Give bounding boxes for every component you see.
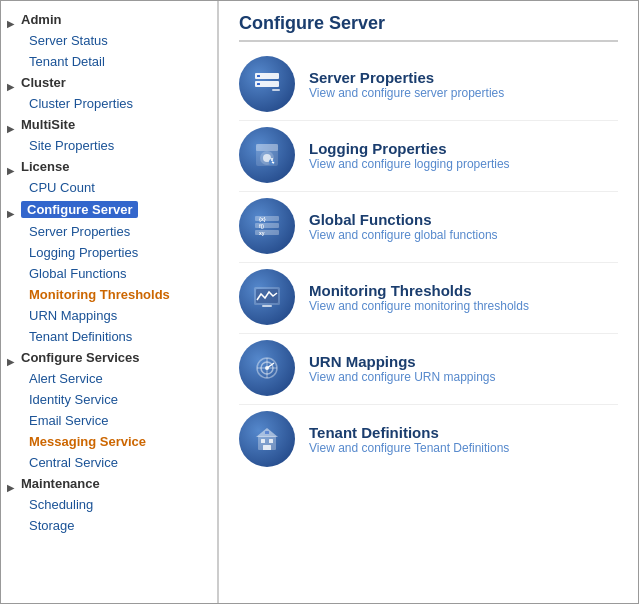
sidebar-item-central-service[interactable]: Central Service (1, 452, 217, 473)
svg-rect-4 (272, 89, 280, 91)
menu-item-text-monitoring-thresholds: Monitoring ThresholdsView and configure … (309, 282, 529, 313)
arrow-icon (7, 120, 17, 130)
sidebar-item-urn-mappings[interactable]: URN Mappings (1, 305, 217, 326)
sidebar-section-multisite[interactable]: MultiSite (1, 114, 217, 135)
menu-item-title-tenant-definitions: Tenant Definitions (309, 424, 509, 441)
sidebar-section-configure-services[interactable]: Configure Services (1, 347, 217, 368)
svg-text:f(): f() (259, 223, 264, 229)
menu-item-desc-logging-properties: View and configure logging properties (309, 157, 510, 171)
menu-item-title-global-functions: Global Functions (309, 211, 498, 228)
monitoring-icon (239, 269, 295, 325)
logging-icon (239, 127, 295, 183)
sidebar-item-messaging-service[interactable]: Messaging Service (1, 431, 217, 452)
sidebar-item-server-status[interactable]: Server Status (1, 30, 217, 51)
svg-rect-32 (265, 431, 269, 434)
menu-item-title-logging-properties: Logging Properties (309, 140, 510, 157)
svg-rect-20 (262, 305, 272, 307)
menu-item-global-functions[interactable]: {x} f() xy Global FunctionsView and conf… (239, 191, 618, 254)
svg-rect-2 (257, 75, 260, 77)
sidebar-item-monitoring-thresholds[interactable]: Monitoring Thresholds (1, 284, 217, 305)
svg-rect-8 (256, 144, 278, 151)
menu-item-title-server-properties: Server Properties (309, 69, 504, 86)
sidebar-item-tenant-detail[interactable]: Tenant Detail (1, 51, 217, 72)
sidebar-section-admin[interactable]: Admin (1, 9, 217, 30)
sidebar-item-logging-properties[interactable]: Logging Properties (1, 242, 217, 263)
sidebar-item-email-service[interactable]: Email Service (1, 410, 217, 431)
sidebar-section-label-cluster: Cluster (21, 75, 66, 90)
sidebar-item-identity-service[interactable]: Identity Service (1, 389, 217, 410)
sidebar-section-label-license: License (21, 159, 69, 174)
sidebar-section-maintenance[interactable]: Maintenance (1, 473, 217, 494)
tenant-icon (239, 411, 295, 467)
sidebar-section-configure-server[interactable]: Configure Server (1, 198, 217, 221)
sidebar-section-label-multisite: MultiSite (21, 117, 75, 132)
sidebar-item-alert-service[interactable]: Alert Service (1, 368, 217, 389)
sidebar-section-label-admin: Admin (21, 12, 61, 27)
menu-item-title-monitoring-thresholds: Monitoring Thresholds (309, 282, 529, 299)
arrow-icon (7, 205, 17, 215)
menu-items-list: Server PropertiesView and configure serv… (239, 56, 618, 467)
menu-item-text-tenant-definitions: Tenant DefinitionsView and configure Ten… (309, 424, 509, 455)
sidebar-item-site-properties[interactable]: Site Properties (1, 135, 217, 156)
menu-item-desc-monitoring-thresholds: View and configure monitoring thresholds (309, 299, 529, 313)
page-title: Configure Server (239, 13, 618, 42)
sidebar-section-label-configure-server: Configure Server (21, 201, 138, 218)
sidebar-section-label-maintenance: Maintenance (21, 476, 100, 491)
sidebar-item-cpu-count[interactable]: CPU Count (1, 177, 217, 198)
arrow-icon (7, 78, 17, 88)
sidebar: AdminServer StatusTenant DetailClusterCl… (1, 1, 219, 603)
sidebar-item-cluster-properties[interactable]: Cluster Properties (1, 93, 217, 114)
menu-item-monitoring-thresholds[interactable]: Monitoring ThresholdsView and configure … (239, 262, 618, 325)
menu-item-text-server-properties: Server PropertiesView and configure serv… (309, 69, 504, 100)
svg-text:{x}: {x} (259, 216, 266, 222)
menu-item-text-logging-properties: Logging PropertiesView and configure log… (309, 140, 510, 171)
menu-item-urn-mappings[interactable]: URN MappingsView and configure URN mappi… (239, 333, 618, 396)
menu-item-desc-tenant-definitions: View and configure Tenant Definitions (309, 441, 509, 455)
menu-item-server-properties[interactable]: Server PropertiesView and configure serv… (239, 56, 618, 112)
svg-line-11 (272, 162, 274, 163)
svg-rect-28 (261, 439, 265, 443)
sidebar-item-scheduling[interactable]: Scheduling (1, 494, 217, 515)
svg-text:xy: xy (259, 230, 265, 236)
sidebar-item-storage[interactable]: Storage (1, 515, 217, 536)
svg-rect-3 (257, 83, 260, 85)
menu-item-title-urn-mappings: URN Mappings (309, 353, 496, 370)
sidebar-item-tenant-definitions[interactable]: Tenant Definitions (1, 326, 217, 347)
sidebar-item-server-properties[interactable]: Server Properties (1, 221, 217, 242)
functions-icon: {x} f() xy (239, 198, 295, 254)
menu-item-desc-global-functions: View and configure global functions (309, 228, 498, 242)
menu-item-text-urn-mappings: URN MappingsView and configure URN mappi… (309, 353, 496, 384)
svg-rect-29 (269, 439, 273, 443)
sidebar-section-cluster[interactable]: Cluster (1, 72, 217, 93)
arrow-icon (7, 479, 17, 489)
menu-item-desc-server-properties: View and configure server properties (309, 86, 504, 100)
sidebar-item-global-functions[interactable]: Global Functions (1, 263, 217, 284)
arrow-icon (7, 353, 17, 363)
server-icon (239, 56, 295, 112)
app-layout: AdminServer StatusTenant DetailClusterCl… (1, 1, 638, 603)
sidebar-section-label-configure-services: Configure Services (21, 350, 140, 365)
menu-item-tenant-definitions[interactable]: Tenant DefinitionsView and configure Ten… (239, 404, 618, 467)
menu-item-text-global-functions: Global FunctionsView and configure globa… (309, 211, 498, 242)
menu-item-desc-urn-mappings: View and configure URN mappings (309, 370, 496, 384)
arrow-icon (7, 15, 17, 25)
sidebar-section-license[interactable]: License (1, 156, 217, 177)
arrow-icon (7, 162, 17, 172)
urn-icon (239, 340, 295, 396)
menu-item-logging-properties[interactable]: Logging PropertiesView and configure log… (239, 120, 618, 183)
main-content: Configure Server Server PropertiesView a… (219, 1, 638, 603)
svg-rect-30 (263, 445, 271, 450)
